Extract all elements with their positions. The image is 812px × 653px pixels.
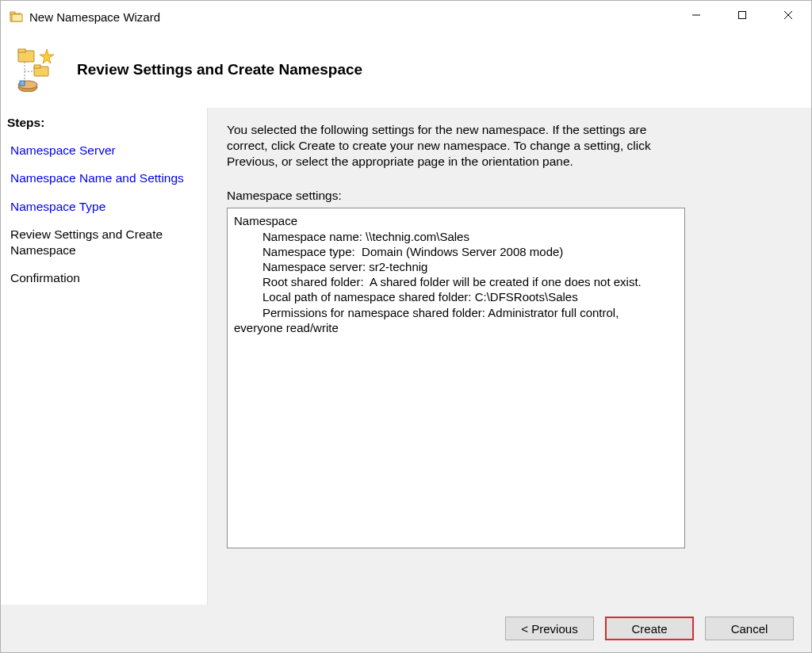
content-pane: You selected the following settings for … bbox=[208, 108, 811, 605]
settings-line: Permissions for namespace shared folder:… bbox=[234, 305, 678, 320]
previous-button[interactable]: < Previous bbox=[505, 617, 594, 640]
svg-rect-4 bbox=[739, 12, 746, 19]
window-controls bbox=[673, 1, 811, 29]
titlebar: New Namespace Wizard bbox=[1, 1, 811, 32]
create-button[interactable]: Create bbox=[605, 617, 694, 640]
step-namespace-type[interactable]: Namespace Type bbox=[7, 193, 201, 220]
settings-line: Root shared folder: A shared folder will… bbox=[234, 274, 678, 289]
instruction-text: You selected the following settings for … bbox=[227, 122, 671, 170]
settings-label: Namespace settings: bbox=[227, 189, 792, 203]
button-row: < Previous Create Cancel bbox=[1, 605, 811, 652]
settings-line: Local path of namespace shared folder: C… bbox=[234, 289, 678, 304]
namespace-settings-box[interactable]: Namespace Namespace name: \\technig.com\… bbox=[227, 208, 685, 548]
settings-heading: Namespace bbox=[234, 214, 297, 227]
step-namespace-name-settings[interactable]: Namespace Name and Settings bbox=[7, 164, 201, 192]
wizard-window: New Namespace Wizard bbox=[0, 0, 812, 653]
step-namespace-server[interactable]: Namespace Server bbox=[7, 136, 201, 164]
page-title: Review Settings and Create Namespace bbox=[77, 61, 362, 78]
body-area: Steps: Namespace Server Namespace Name a… bbox=[1, 108, 811, 652]
settings-line: Namespace type: Domain (Windows Server 2… bbox=[234, 244, 678, 259]
svg-marker-9 bbox=[40, 49, 54, 63]
step-confirmation[interactable]: Confirmation bbox=[7, 264, 201, 292]
steps-heading: Steps: bbox=[7, 116, 201, 130]
svg-rect-14 bbox=[34, 65, 40, 68]
svg-rect-2 bbox=[12, 14, 22, 21]
step-review-settings[interactable]: Review Settings and Create Namespace bbox=[7, 220, 201, 264]
settings-wrap-line: everyone read/write bbox=[234, 321, 339, 334]
steps-sidebar: Steps: Namespace Server Namespace Name a… bbox=[1, 108, 208, 605]
svg-rect-8 bbox=[18, 49, 25, 52]
wizard-header-icon bbox=[13, 48, 58, 92]
app-icon bbox=[9, 10, 23, 24]
maximize-button[interactable] bbox=[719, 1, 765, 29]
minimize-button[interactable] bbox=[673, 1, 719, 29]
settings-line: Namespace name: \\technig.com\Sales bbox=[234, 229, 678, 244]
settings-line: Namespace server: sr2-technig bbox=[234, 259, 678, 274]
header-band: Review Settings and Create Namespace bbox=[1, 32, 811, 108]
window-title: New Namespace Wizard bbox=[29, 10, 160, 24]
cancel-button[interactable]: Cancel bbox=[705, 617, 794, 640]
svg-rect-17 bbox=[20, 81, 25, 86]
close-button[interactable] bbox=[765, 1, 811, 29]
